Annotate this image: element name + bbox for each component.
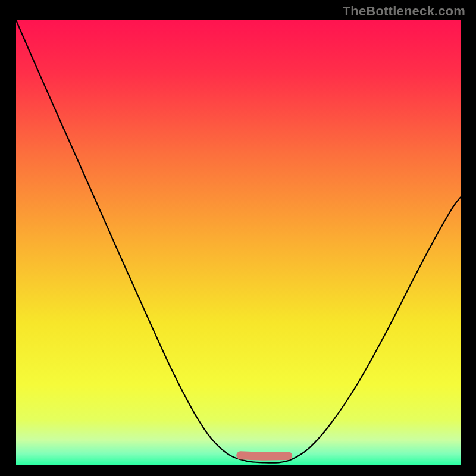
- chart-frame: TheBottleneck.com: [0, 0, 476, 476]
- plot-svg: [16, 20, 461, 465]
- plot-area: [16, 20, 461, 465]
- attribution-label: TheBottleneck.com: [343, 4, 465, 19]
- gradient-background: [16, 20, 461, 465]
- highlight-flat-region: [240, 455, 288, 456]
